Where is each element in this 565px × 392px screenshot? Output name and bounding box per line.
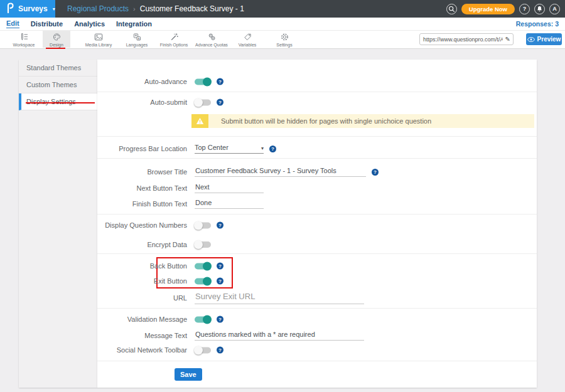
design-active-underline-annotation (46, 48, 65, 50)
back-button-row: Back Button ? (97, 260, 537, 272)
bell-icon (536, 6, 543, 13)
validation-message-toggle[interactable] (195, 316, 211, 322)
eye-icon (527, 37, 535, 42)
sidebar-item-custom-themes[interactable]: Custom Themes (19, 77, 97, 93)
divider (97, 214, 537, 215)
social-network-toolbar-toggle[interactable] (195, 347, 211, 353)
warning-triangle-icon (191, 114, 208, 128)
exit-url-input[interactable] (195, 292, 364, 304)
notifications-button[interactable] (534, 4, 545, 14)
tab-integration[interactable]: Integration (116, 20, 152, 28)
exit-url-row: URL (97, 290, 537, 305)
auto-submit-label: Auto-submit (97, 98, 187, 106)
help-icon[interactable]: ? (217, 316, 223, 323)
magic-wand-icon (156, 32, 192, 41)
help-icon[interactable]: ? (372, 169, 379, 176)
auto-submit-toggle[interactable] (195, 99, 211, 105)
divider (97, 361, 537, 361)
browser-title-input[interactable] (195, 167, 366, 177)
finish-button-text-input[interactable] (195, 199, 264, 209)
auto-advance-label: Auto-advance (97, 78, 187, 85)
questionpro-logo (6, 3, 14, 16)
back-button-toggle[interactable] (195, 263, 211, 269)
divider (97, 308, 537, 309)
next-button-text-row: Next Button Text (97, 182, 537, 194)
tool-variables[interactable]: Variables (229, 32, 266, 47)
next-button-text-input[interactable] (195, 183, 264, 193)
breadcrumb-folder[interactable]: Regional Products (67, 4, 129, 13)
auto-advance-row: Auto-advance ? (97, 75, 537, 88)
help-icon[interactable]: ? (217, 78, 223, 85)
tool-workspace[interactable]: Workspace (6, 32, 42, 47)
browser-title-row: Browser Title ? (97, 166, 537, 178)
exit-url-label: URL (97, 294, 187, 302)
breadcrumb-separator: › (133, 5, 136, 13)
responses-count[interactable]: Responses: 3 (516, 20, 559, 28)
validation-message-row: Validation Message ? (97, 313, 537, 326)
tab-edit[interactable]: Edit (6, 19, 19, 28)
progress-bar-location-label: Progress Bar Location (97, 145, 187, 152)
social-network-toolbar-label: Social Network Toolbar (97, 346, 187, 354)
tag-icon (229, 32, 266, 41)
tool-settings[interactable]: Settings (266, 32, 303, 47)
browser-title-label: Browser Title (97, 168, 187, 176)
image-icon (80, 32, 117, 41)
exit-button-toggle[interactable] (195, 278, 211, 284)
message-text-input[interactable] (195, 331, 364, 341)
chain-links-icon (193, 32, 230, 41)
tool-media-library[interactable]: Media Library (80, 32, 117, 47)
progress-bar-location-row: Progress Bar Location Top Center ▾ ? (97, 142, 537, 155)
progress-bar-location-select[interactable]: Top Center ▾ (195, 144, 264, 154)
exit-button-label: Exit Button (97, 277, 187, 285)
survey-url-value[interactable]: https://www.questionpro.com/t/APNrFZ (420, 36, 503, 43)
help-icon[interactable]: ? (217, 278, 223, 285)
help-icon[interactable]: ? (269, 146, 276, 152)
display-question-numbers-toggle[interactable] (195, 222, 211, 228)
surveys-menu[interactable]: Surveys ▾ (0, 0, 55, 18)
message-text-row: Message Text (97, 329, 537, 342)
help-menu-button[interactable]: ? (519, 4, 530, 14)
edit-url-pencil-icon[interactable]: ✎ (503, 36, 513, 43)
gear-icon (266, 32, 303, 41)
next-button-text-label: Next Button Text (97, 184, 187, 192)
tool-finish-options[interactable]: Finish Options (156, 32, 192, 47)
help-icon[interactable]: ? (217, 99, 223, 106)
tool-design[interactable]: Design (43, 31, 70, 48)
palette-icon (43, 32, 70, 41)
design-sidebar: Standard Themes Custom Themes Display Se… (19, 60, 97, 388)
workspace-icon (6, 32, 42, 41)
social-network-toolbar-row: Social Network Toolbar ? (97, 344, 537, 356)
divider (97, 136, 537, 137)
translate-icon: A (119, 32, 155, 41)
tab-distribute[interactable]: Distribute (31, 20, 63, 28)
finish-button-text-label: Finish Button Text (97, 200, 187, 208)
preview-button[interactable]: Preview (526, 33, 562, 45)
avatar[interactable]: A (549, 4, 560, 14)
exit-button-row: Exit Button ? (97, 275, 537, 287)
tab-analytics[interactable]: Analytics (74, 20, 105, 28)
display-settings-panel: Auto-advance ? Auto-submit ? Submit butt… (97, 60, 537, 388)
breadcrumb: Regional Products › Customer Feedback Su… (67, 4, 244, 13)
help-icon[interactable]: ? (217, 347, 223, 354)
auto-submit-row: Auto-submit ? (97, 96, 537, 109)
display-settings-underline-annotation (26, 102, 95, 103)
save-button[interactable]: Save (175, 368, 202, 381)
divider (97, 92, 537, 92)
validation-message-label: Validation Message (97, 315, 187, 323)
survey-nav: Edit Distribute Analytics Integration Re… (0, 18, 565, 30)
top-bar: Surveys ▾ Regional Products › Customer F… (0, 0, 565, 18)
encrypt-data-toggle[interactable] (195, 241, 211, 248)
search-button[interactable] (446, 4, 457, 14)
sidebar-item-standard-themes[interactable]: Standard Themes (19, 60, 97, 77)
svg-text:A: A (137, 37, 139, 40)
help-icon[interactable]: ? (217, 222, 223, 229)
tool-advance-quotas[interactable]: Advance Quotas (193, 32, 230, 47)
auto-advance-toggle[interactable] (195, 78, 211, 85)
help-icon[interactable]: ? (217, 263, 223, 270)
survey-url-field[interactable]: https://www.questionpro.com/t/APNrFZ ✎ (419, 33, 514, 45)
encrypt-data-row: Encrypt Data (97, 238, 537, 251)
tool-languages[interactable]: A Languages (119, 32, 155, 47)
back-button-label: Back Button (97, 262, 187, 270)
upgrade-now-button[interactable]: Upgrade Now (461, 4, 515, 14)
product-label: Surveys (18, 4, 48, 13)
